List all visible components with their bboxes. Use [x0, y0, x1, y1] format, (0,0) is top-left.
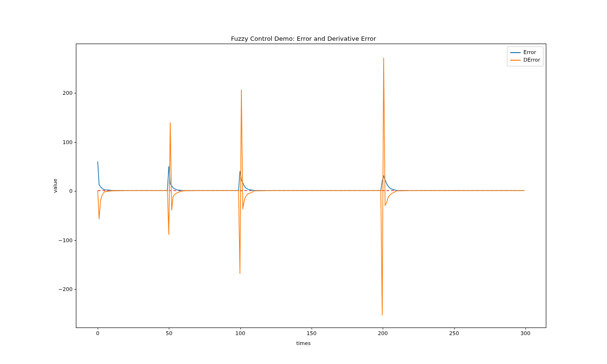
y-tick [74, 93, 76, 93]
legend-entry-derror: DError [510, 56, 540, 64]
x-tick-label: 150 [307, 330, 317, 337]
y-tick-label: 100 [63, 139, 73, 145]
x-tick-label: 0 [96, 330, 100, 337]
y-tick-label: −200 [58, 286, 73, 292]
series-error [98, 161, 524, 191]
x-tick [312, 328, 312, 329]
legend: Error DError [507, 46, 543, 66]
x-tick-label: 250 [449, 330, 459, 337]
y-tick [74, 191, 76, 191]
x-tick-label: 50 [166, 330, 172, 337]
x-tick [240, 328, 241, 329]
legend-swatch-error [510, 52, 521, 53]
y-tick [74, 240, 76, 241]
legend-label-derror: DError [524, 56, 540, 64]
legend-entry-error: Error [510, 49, 540, 56]
x-tick-label: 300 [520, 330, 530, 337]
plot-area: Error DError 050100150200250300−200−1000… [76, 44, 546, 328]
y-tick-label: −100 [58, 237, 73, 243]
y-tick-label: 200 [63, 90, 73, 96]
figure: Fuzzy Control Demo: Error and Derivative… [0, 0, 607, 364]
x-tick-label: 100 [235, 330, 245, 337]
series-derror [98, 58, 524, 315]
x-tick [454, 328, 455, 329]
x-tick-label: 200 [378, 330, 388, 337]
legend-swatch-derror [510, 60, 521, 61]
y-tick [74, 142, 76, 143]
y-tick-label: 0 [69, 188, 73, 194]
legend-label-error: Error [524, 49, 536, 56]
lines-layer [76, 44, 546, 328]
y-axis-label: value [52, 179, 58, 193]
x-tick [525, 328, 526, 329]
chart-title: Fuzzy Control Demo: Error and Derivative… [0, 35, 607, 42]
y-tick [74, 289, 76, 290]
x-tick [169, 328, 169, 329]
x-tick [98, 328, 98, 329]
x-tick [383, 328, 383, 329]
x-axis-label: times [0, 340, 607, 346]
